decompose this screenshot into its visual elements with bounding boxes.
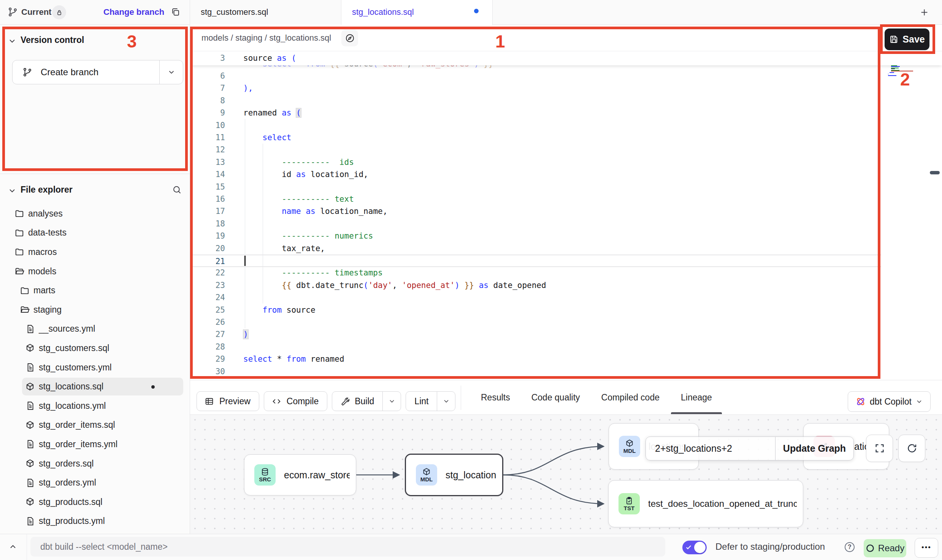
code-line-6[interactable]: 6: [190, 70, 881, 82]
code-token: date_opened: [488, 281, 546, 290]
file-item-stg_order_items.yml[interactable]: stg_order_items.yml: [0, 435, 190, 454]
database-icon: [260, 467, 270, 476]
folder-icon: [14, 209, 24, 218]
file-item-stg_customers.yml[interactable]: stg_customers.yml: [0, 358, 190, 377]
code-line-17[interactable]: 17 name as location_name,: [190, 205, 881, 218]
create-branch-menu[interactable]: [159, 60, 183, 84]
file-item-stg_products.yml[interactable]: stg_products.yml: [0, 512, 190, 531]
code-token: ---------- ids: [282, 158, 354, 167]
update-graph-button[interactable]: Update Graph: [775, 437, 853, 460]
new-tab-icon[interactable]: [919, 7, 929, 17]
file-name: marts: [33, 285, 56, 296]
tab-lineage[interactable]: Lineage: [681, 392, 712, 403]
file-item-data-tests[interactable]: data-tests: [0, 223, 190, 243]
lineage-canvas[interactable]: SRCecom.raw_storesMDLstg_locationsMDLloc…: [190, 415, 942, 534]
file-item-__sources.yml[interactable]: __sources.yml: [0, 320, 190, 339]
build-menu[interactable]: [382, 392, 401, 411]
code-line-21[interactable]: 21: [190, 255, 881, 267]
build-button[interactable]: Build: [332, 391, 401, 411]
version-control-header[interactable]: Version control: [0, 33, 190, 49]
code-line-27[interactable]: 27): [190, 328, 881, 341]
copy-icon[interactable]: [170, 7, 181, 17]
scrollbar-thumb[interactable]: [930, 171, 940, 174]
tab-compiled-code[interactable]: Compiled code: [601, 392, 660, 403]
change-branch-link[interactable]: Change branch: [103, 0, 164, 24]
file-item-stg_orders.sql[interactable]: stg_orders.sql: [0, 454, 190, 473]
refresh-button[interactable]: [898, 435, 925, 462]
code-token: 'day': [368, 281, 392, 290]
file-item-stg_orders.yml[interactable]: stg_orders.yml: [0, 473, 190, 492]
code-line-12[interactable]: 12: [190, 144, 881, 156]
code-line-28[interactable]: 28: [190, 341, 881, 353]
code-line-29[interactable]: 29select * from renamed: [190, 353, 881, 365]
dbt-copilot-button[interactable]: dbt Copilot: [848, 391, 931, 412]
file-name: data-tests: [28, 228, 67, 238]
fullscreen-button[interactable]: [866, 435, 893, 462]
compile-button[interactable]: Compile: [264, 391, 327, 411]
file-item-analyses[interactable]: analyses: [0, 204, 190, 223]
code-editor[interactable]: select * from {{ source('ecom', 'raw_sto…: [190, 51, 942, 380]
file-name: macros: [28, 247, 57, 257]
code-line-7[interactable]: 7),: [190, 82, 881, 95]
code-line-20[interactable]: 20 tax_rate,: [190, 242, 881, 255]
button-label: Build: [355, 396, 374, 407]
file-item-stg_order_items.sql[interactable]: stg_order_items.sql: [0, 416, 190, 435]
lineage-node-test_does_location_opened_at_trunc_t...[interactable]: TSTtest_does_location_opened_at_trunc_t.…: [608, 480, 803, 527]
code-line-16[interactable]: 16 ---------- text: [190, 193, 881, 206]
file-explorer-header[interactable]: File explorer: [0, 183, 190, 198]
file-item-stg_products.sql[interactable]: stg_products.sql: [0, 492, 190, 512]
tab-stg_customers.sql[interactable]: stg_customers.sql: [190, 0, 341, 25]
dbt-command-input[interactable]: [30, 537, 665, 557]
editor-header: models / staging / stg_locations.sql: [190, 25, 942, 51]
code-line-22[interactable]: 22 ---------- timestamps: [190, 267, 881, 279]
open-in-explorer-button[interactable]: [341, 30, 358, 46]
code-line-19[interactable]: 19 ---------- numerics: [190, 230, 881, 242]
code-line-10[interactable]: 10: [190, 119, 881, 132]
file-item-marts[interactable]: marts: [0, 281, 190, 300]
code-line-15[interactable]: 15: [190, 181, 881, 193]
minimap-line: [891, 71, 913, 71]
lint-button[interactable]: Lint: [406, 391, 455, 411]
code-line-13[interactable]: 13 ---------- ids: [190, 156, 881, 169]
code-line-30[interactable]: 30: [190, 365, 881, 378]
more-options-button[interactable]: •••: [915, 538, 938, 558]
code-line-11[interactable]: 11 select: [190, 131, 881, 144]
code-line-25[interactable]: 25 from source: [190, 304, 881, 316]
file-item-macros[interactable]: macros: [0, 242, 190, 262]
tab-code-quality[interactable]: Code quality: [531, 392, 580, 403]
button-label: Preview: [219, 396, 251, 407]
tab-results[interactable]: Results: [481, 392, 510, 403]
collapse-panel-button[interactable]: [5, 538, 21, 555]
file-item-staging[interactable]: staging: [0, 300, 190, 320]
search-icon[interactable]: [172, 185, 182, 195]
code-line-8[interactable]: 8: [190, 95, 881, 107]
code-token: [243, 305, 263, 315]
tab-stg_locations.sql[interactable]: stg_locations.sql: [341, 0, 493, 25]
file-item-stg_locations.yml[interactable]: stg_locations.yml: [0, 396, 190, 416]
code-line-18[interactable]: 18: [190, 218, 881, 230]
code-line-26[interactable]: 26: [190, 316, 881, 329]
code-line-9[interactable]: 9renamed as (: [190, 107, 881, 119]
code-token: renamed: [243, 108, 282, 117]
node-badge: MDL: [416, 464, 437, 486]
code-text: name as location_name,: [243, 205, 387, 218]
code-line-23[interactable]: 23 {{ dbt.date_trunc('day', 'opened_at')…: [190, 279, 881, 292]
file-item-stg_customers.sql[interactable]: stg_customers.sql: [0, 339, 190, 358]
file-item-stg_locations.sql[interactable]: stg_locations.sql: [0, 377, 190, 396]
cube-icon: [625, 439, 634, 448]
lineage-node-ecom.raw_stores[interactable]: SRCecom.raw_stores: [244, 454, 356, 495]
save-button[interactable]: Save: [885, 28, 929, 50]
help-icon[interactable]: ?: [845, 542, 855, 552]
line-number: 6: [190, 70, 225, 82]
code-line-14[interactable]: 14 id as location_id,: [190, 168, 881, 181]
lint-menu[interactable]: [437, 392, 455, 411]
create-branch-button[interactable]: Create branch: [12, 60, 183, 84]
file-item-models[interactable]: models: [0, 262, 190, 281]
lineage-selector-input[interactable]: 2+stg_locations+2: [646, 437, 775, 460]
preview-button[interactable]: Preview: [197, 391, 259, 411]
defer-toggle[interactable]: [682, 541, 707, 554]
code-line-24[interactable]: 24: [190, 291, 881, 304]
line-number: 13: [190, 156, 225, 169]
minimap-line: [890, 72, 894, 73]
lineage-node-stg_locations[interactable]: MDLstg_locations: [405, 454, 503, 496]
